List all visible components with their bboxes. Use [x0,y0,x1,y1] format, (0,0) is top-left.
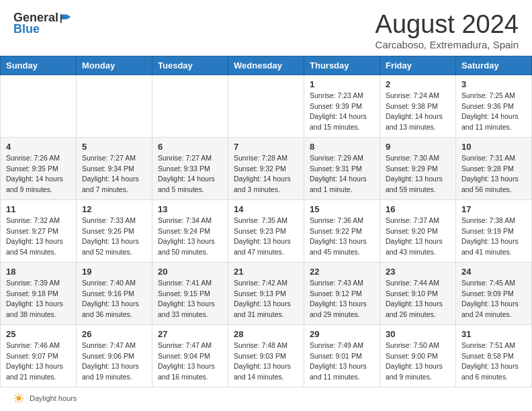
day-number: 15 [310,204,374,214]
day-info: Sunrise: 7:41 AM Sunset: 9:15 PM Dayligh… [158,278,222,320]
day-info: Sunrise: 7:49 AM Sunset: 9:01 PM Dayligh… [310,340,374,383]
day-number: 30 [386,329,450,339]
day-number: 14 [234,204,298,214]
calendar-cell: 11Sunrise: 7:32 AM Sunset: 9:27 PM Dayli… [1,199,77,262]
day-info: Sunrise: 7:46 AM Sunset: 9:07 PM Dayligh… [6,340,71,383]
calendar-header-wednesday: Wednesday [228,56,304,75]
calendar-cell: 25Sunrise: 7:46 AM Sunset: 9:07 PM Dayli… [1,324,77,387]
calendar-cell: 9Sunrise: 7:30 AM Sunset: 9:29 PM Daylig… [380,137,456,199]
day-number: 16 [386,204,450,214]
day-info: Sunrise: 7:33 AM Sunset: 9:26 PM Dayligh… [82,216,146,258]
day-number: 21 [234,267,298,277]
calendar-cell: 20Sunrise: 7:41 AM Sunset: 9:15 PM Dayli… [152,262,228,324]
calendar-cell: 22Sunrise: 7:43 AM Sunset: 9:12 PM Dayli… [304,262,380,324]
calendar-cell: 12Sunrise: 7:33 AM Sunset: 9:26 PM Dayli… [77,199,152,262]
day-info: Sunrise: 7:32 AM Sunset: 9:27 PM Dayligh… [6,216,71,258]
day-number: 26 [82,329,146,339]
calendar-week-1: 1Sunrise: 7:23 AM Sunset: 9:39 PM Daylig… [1,75,532,137]
calendar-cell: 23Sunrise: 7:44 AM Sunset: 9:10 PM Dayli… [380,262,456,324]
day-number: 3 [461,79,526,89]
svg-marker-1 [67,14,71,19]
day-number: 25 [6,329,71,339]
calendar-cell: 5Sunrise: 7:27 AM Sunset: 9:34 PM Daylig… [77,137,152,199]
day-number: 22 [310,267,374,277]
day-info: Sunrise: 7:44 AM Sunset: 9:10 PM Dayligh… [386,278,450,320]
day-info: Sunrise: 7:27 AM Sunset: 9:33 PM Dayligh… [158,153,222,195]
day-info: Sunrise: 7:51 AM Sunset: 8:58 PM Dayligh… [461,340,526,383]
day-number: 18 [6,267,71,277]
day-info: Sunrise: 7:36 AM Sunset: 9:22 PM Dayligh… [310,216,374,258]
main-title: August 2024 [375,11,519,39]
calendar-cell: 10Sunrise: 7:31 AM Sunset: 9:28 PM Dayli… [456,137,532,199]
calendar-cell: 16Sunrise: 7:37 AM Sunset: 9:20 PM Dayli… [380,199,456,262]
day-info: Sunrise: 7:34 AM Sunset: 9:24 PM Dayligh… [158,216,222,258]
calendar-cell: 18Sunrise: 7:39 AM Sunset: 9:18 PM Dayli… [1,262,77,324]
calendar-cell: 3Sunrise: 7:25 AM Sunset: 9:36 PM Daylig… [456,75,532,137]
calendar-cell [77,75,152,137]
day-info: Sunrise: 7:25 AM Sunset: 9:36 PM Dayligh… [461,91,526,133]
day-info: Sunrise: 7:29 AM Sunset: 9:31 PM Dayligh… [310,153,374,195]
footer: Daylight hours [0,387,532,409]
day-info: Sunrise: 7:37 AM Sunset: 9:20 PM Dayligh… [386,216,450,258]
calendar-cell: 4Sunrise: 7:26 AM Sunset: 9:35 PM Daylig… [1,137,77,199]
svg-line-11 [15,400,16,401]
day-number: 17 [461,204,526,214]
calendar-cell: 1Sunrise: 7:23 AM Sunset: 9:39 PM Daylig… [304,75,380,137]
calendar-header-thursday: Thursday [304,56,380,75]
calendar-week-4: 18Sunrise: 7:39 AM Sunset: 9:18 PM Dayli… [1,262,532,324]
subtitle: Carcaboso, Extremadura, Spain [375,39,519,50]
day-number: 10 [461,142,526,152]
day-number: 6 [158,142,222,152]
day-number: 1 [310,79,374,89]
day-number: 13 [158,204,222,214]
day-info: Sunrise: 7:42 AM Sunset: 9:13 PM Dayligh… [234,278,298,320]
day-info: Sunrise: 7:27 AM Sunset: 9:34 PM Dayligh… [82,153,146,195]
logo-flag-icon [60,12,72,24]
calendar-cell: 17Sunrise: 7:38 AM Sunset: 9:19 PM Dayli… [456,199,532,262]
day-number: 23 [386,267,450,277]
calendar-week-3: 11Sunrise: 7:32 AM Sunset: 9:27 PM Dayli… [1,199,532,262]
calendar-week-5: 25Sunrise: 7:46 AM Sunset: 9:07 PM Dayli… [1,324,532,387]
day-info: Sunrise: 7:24 AM Sunset: 9:38 PM Dayligh… [386,91,450,133]
calendar-cell: 2Sunrise: 7:24 AM Sunset: 9:38 PM Daylig… [380,75,456,137]
page-header: General Blue August 2024 Carcaboso, Extr… [0,0,532,56]
calendar-cell: 13Sunrise: 7:34 AM Sunset: 9:24 PM Dayli… [152,199,228,262]
sun-icon [13,393,24,404]
day-info: Sunrise: 7:47 AM Sunset: 9:06 PM Dayligh… [82,340,146,383]
calendar-cell [1,75,77,137]
day-info: Sunrise: 7:48 AM Sunset: 9:03 PM Dayligh… [234,340,298,383]
logo: General Blue [13,11,72,36]
calendar-cell: 19Sunrise: 7:40 AM Sunset: 9:16 PM Dayli… [77,262,152,324]
calendar-cell: 14Sunrise: 7:35 AM Sunset: 9:23 PM Dayli… [228,199,304,262]
day-number: 7 [234,142,298,152]
calendar-table: SundayMondayTuesdayWednesdayThursdayFrid… [0,56,532,387]
calendar-cell: 7Sunrise: 7:28 AM Sunset: 9:32 PM Daylig… [228,137,304,199]
daylight-hours-label: Daylight hours [30,394,77,402]
day-info: Sunrise: 7:43 AM Sunset: 9:12 PM Dayligh… [310,278,374,320]
calendar-cell: 8Sunrise: 7:29 AM Sunset: 9:31 PM Daylig… [304,137,380,199]
day-info: Sunrise: 7:31 AM Sunset: 9:28 PM Dayligh… [461,153,526,195]
calendar-cell: 6Sunrise: 7:27 AM Sunset: 9:33 PM Daylig… [152,137,228,199]
svg-line-8 [15,395,16,396]
day-info: Sunrise: 7:23 AM Sunset: 9:39 PM Dayligh… [310,91,374,133]
day-number: 29 [310,329,374,339]
svg-marker-0 [61,14,67,19]
day-info: Sunrise: 7:47 AM Sunset: 9:04 PM Dayligh… [158,340,222,383]
day-number: 12 [82,204,146,214]
calendar-cell: 24Sunrise: 7:45 AM Sunset: 9:09 PM Dayli… [456,262,532,324]
calendar-cell: 21Sunrise: 7:42 AM Sunset: 9:13 PM Dayli… [228,262,304,324]
calendar-cell: 29Sunrise: 7:49 AM Sunset: 9:01 PM Dayli… [304,324,380,387]
day-number: 5 [82,142,146,152]
day-number: 28 [234,329,298,339]
day-number: 8 [310,142,374,152]
calendar-week-2: 4Sunrise: 7:26 AM Sunset: 9:35 PM Daylig… [1,137,532,199]
calendar-cell: 15Sunrise: 7:36 AM Sunset: 9:22 PM Dayli… [304,199,380,262]
day-number: 4 [6,142,71,152]
calendar-cell [228,75,304,137]
calendar-header-sunday: Sunday [1,56,77,75]
svg-point-3 [17,396,21,400]
day-number: 24 [461,267,526,277]
day-number: 19 [82,267,146,277]
day-info: Sunrise: 7:40 AM Sunset: 9:16 PM Dayligh… [82,278,146,320]
day-info: Sunrise: 7:28 AM Sunset: 9:32 PM Dayligh… [234,153,298,195]
